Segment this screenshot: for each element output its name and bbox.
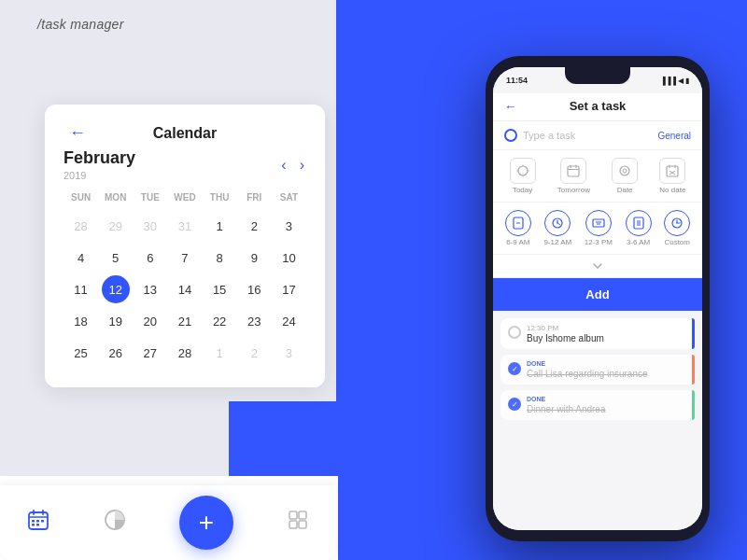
time-option-9-12am[interactable]: 9-12 AM	[543, 210, 571, 246]
cal-day[interactable]: 16	[240, 275, 268, 303]
cal-day[interactable]: 24	[275, 307, 303, 335]
cal-day[interactable]: 4	[67, 244, 95, 272]
nav-calendar-icon[interactable]	[26, 508, 50, 538]
task-title-3: Dinner with Andrea	[527, 404, 687, 414]
cal-day[interactable]: 17	[275, 275, 303, 303]
task-content-3: DONE Dinner with Andrea	[527, 396, 687, 414]
cal-day[interactable]: 3	[275, 212, 303, 240]
cal-day[interactable]: 26	[102, 339, 130, 367]
date-option-nodate[interactable]: No date	[659, 158, 685, 194]
chevron-down-icon	[590, 259, 605, 273]
time-option-6-9am[interactable]: 6-9 AM	[505, 210, 531, 246]
dow-sun: SUN	[63, 189, 98, 206]
cal-day[interactable]: 18	[67, 307, 95, 335]
cal-day[interactable]: 21	[171, 307, 199, 335]
task-placeholder[interactable]: Type a task	[523, 130, 575, 141]
fab-plus-icon: +	[199, 510, 214, 536]
cal-day[interactable]: 2	[240, 339, 268, 367]
expand-options-area[interactable]	[493, 255, 702, 278]
time-option-custom[interactable]: Custom	[664, 210, 690, 246]
nav-grid-icon[interactable]	[286, 508, 310, 538]
task-item-3[interactable]: ✓ DONE Dinner with Andrea	[500, 390, 695, 420]
svg-rect-5	[36, 520, 39, 523]
svg-rect-25	[667, 166, 678, 176]
cal-day[interactable]: 23	[240, 307, 268, 335]
dow-mon: MON	[98, 189, 133, 206]
dow-tue: TUE	[133, 189, 167, 206]
status-time: 11:54	[506, 76, 528, 85]
cal-day[interactable]: 5	[102, 244, 130, 272]
cal-day-selected[interactable]: 12	[102, 275, 130, 303]
svg-rect-8	[36, 524, 39, 526]
task-input-row: Type a task	[504, 129, 575, 142]
time-9-12-label: 9-12 AM	[543, 238, 571, 246]
task-content-2: DONE Call Lisa regarding insurance	[527, 360, 687, 379]
time-option-3-6am[interactable]: 3-6 AM	[626, 210, 652, 246]
task-input-area: Type a task General	[493, 121, 702, 150]
today-label: Today	[513, 186, 532, 194]
task-color-bar-1	[692, 318, 695, 349]
date-option-tomorrow[interactable]: Tomorrow	[557, 158, 590, 194]
cal-day[interactable]: 6	[136, 244, 164, 272]
task-item-2[interactable]: ✓ DONE Call Lisa regarding insurance	[500, 355, 695, 385]
nav-chart-icon[interactable]	[103, 508, 127, 538]
cal-day[interactable]: 22	[205, 307, 233, 335]
task-back-button[interactable]: ←	[504, 99, 517, 114]
cal-day[interactable]: 20	[136, 307, 164, 335]
calendar-week-1: 28 29 30 31 1 2 3	[63, 210, 306, 242]
cal-day[interactable]: 10	[275, 244, 303, 272]
cal-day[interactable]: 28	[67, 212, 95, 240]
date-option-date[interactable]: Date	[612, 158, 638, 194]
cal-day[interactable]: 13	[136, 275, 164, 303]
svg-rect-7	[32, 524, 35, 526]
cal-day[interactable]: 7	[171, 244, 199, 272]
dow-sat: SAT	[272, 189, 306, 206]
task-general-label: General	[657, 131, 691, 141]
cal-day[interactable]: 1	[205, 212, 233, 240]
time-3-6-icon	[626, 210, 652, 236]
task-circle-input	[504, 129, 517, 142]
fab-add-button[interactable]: +	[179, 496, 233, 550]
cal-day[interactable]: 29	[102, 212, 130, 240]
cal-day[interactable]: 8	[205, 244, 233, 272]
nodate-label: No date	[659, 186, 685, 194]
notch-cutout	[565, 67, 630, 84]
cal-day[interactable]: 3	[275, 339, 303, 367]
add-task-button[interactable]: Add	[493, 278, 702, 311]
cal-day[interactable]: 31	[171, 212, 199, 240]
svg-rect-12	[289, 521, 297, 528]
cal-day[interactable]: 25	[67, 339, 95, 367]
svg-point-24	[623, 169, 627, 173]
task-check-1[interactable]	[508, 326, 521, 339]
task-done-badge-3: DONE	[527, 396, 687, 402]
date-option-today[interactable]: Today	[510, 158, 536, 194]
cal-day[interactable]: 9	[240, 244, 268, 272]
calendar-back-button[interactable]: ←	[63, 121, 92, 145]
cal-day[interactable]: 1	[205, 339, 233, 367]
time-12-3-icon	[585, 210, 612, 236]
task-title-1: Buy Ishome album	[527, 333, 687, 343]
cal-day[interactable]: 15	[205, 275, 233, 303]
task-item-1[interactable]: 12:30 PM Buy Ishome album	[500, 318, 695, 349]
status-bar: 11:54 ▐▐▐ ◀ ▮	[493, 67, 702, 93]
cal-day[interactable]: 28	[171, 339, 199, 367]
svg-rect-11	[299, 511, 306, 519]
svg-rect-19	[568, 166, 579, 176]
cal-day[interactable]: 14	[171, 275, 199, 303]
calendar-week-2: 4 5 6 7 8 9 10	[63, 242, 306, 273]
prev-month-button[interactable]: ‹	[279, 155, 288, 175]
task-done-badge-2: DONE	[527, 360, 687, 367]
task-check-2[interactable]: ✓	[508, 362, 521, 375]
time-6-9-label: 6-9 AM	[506, 238, 529, 246]
cal-day[interactable]: 11	[67, 275, 95, 303]
cal-day[interactable]: 2	[240, 212, 268, 240]
svg-rect-4	[32, 520, 35, 523]
time-option-12-3pm[interactable]: 12-3 PM	[585, 210, 613, 246]
task-check-3[interactable]: ✓	[508, 398, 521, 411]
phone-screen: 11:54 ▐▐▐ ◀ ▮ ← Set a task Type a task G…	[493, 67, 702, 530]
task-color-bar-2	[692, 355, 695, 385]
next-month-button[interactable]: ›	[298, 155, 306, 175]
cal-day[interactable]: 19	[102, 307, 130, 335]
cal-day[interactable]: 30	[136, 212, 164, 240]
cal-day[interactable]: 27	[136, 339, 164, 367]
